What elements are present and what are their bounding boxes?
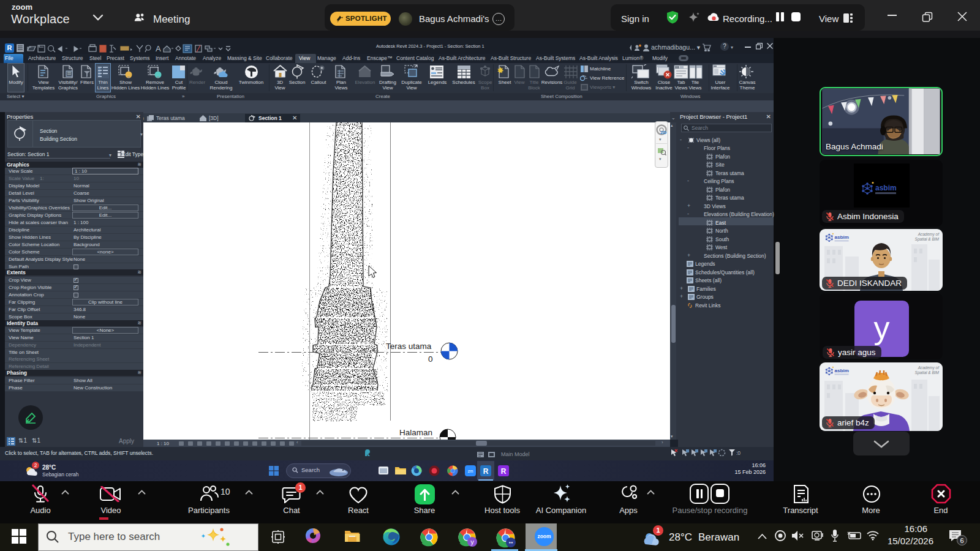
svg-text:R: R (483, 467, 489, 476)
svg-text:Teras utama: Teras utama (386, 342, 432, 351)
svg-text:0: 0 (428, 354, 433, 364)
svg-text:zm: zm (468, 469, 473, 473)
svg-text:asbim: asbim (835, 368, 849, 373)
svg-text:A: A (156, 44, 161, 53)
svg-text:asbim: asbim (875, 184, 897, 192)
svg-text:asbim: asbim (835, 234, 849, 240)
svg-text:R: R (501, 467, 507, 476)
svg-text:Halaman: Halaman (399, 428, 432, 437)
